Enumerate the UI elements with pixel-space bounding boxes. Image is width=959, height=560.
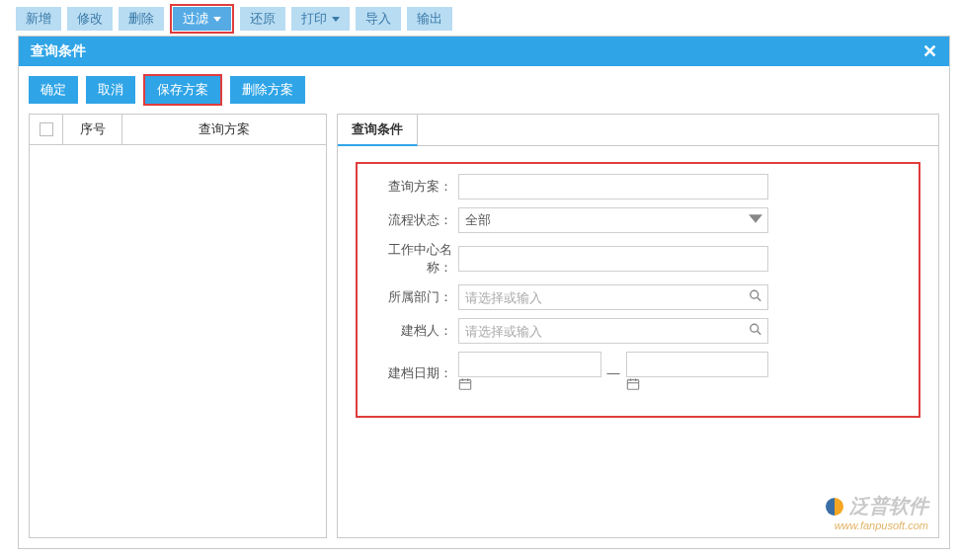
tab-header: 查询条件: [338, 115, 938, 146]
print-label: 打印: [301, 10, 327, 28]
row-scheme: 查询方案：: [369, 174, 907, 200]
svg-rect-4: [459, 380, 470, 390]
restore-button[interactable]: 还原: [240, 7, 285, 31]
tab-conditions[interactable]: 查询条件: [338, 115, 418, 146]
row-creator: 建档人：: [369, 318, 907, 344]
print-button[interactable]: 打印: [291, 7, 350, 31]
calendar-icon: [626, 379, 640, 394]
label-center: 工作中心名称：: [369, 241, 458, 277]
date-to-input[interactable]: [626, 352, 769, 377]
label-creator: 建档人：: [369, 322, 458, 340]
row-status: 流程状态： 全部: [369, 207, 907, 233]
row-center: 工作中心名称：: [369, 241, 907, 277]
dialog-title-text: 查询条件: [31, 42, 86, 60]
range-dash: —: [607, 365, 620, 380]
form-area: 查询方案： 流程状态： 全部: [338, 146, 938, 434]
scheme-list-pane: 序号 查询方案: [29, 114, 327, 538]
header-seq: 序号: [63, 115, 122, 144]
svg-rect-8: [627, 380, 638, 390]
filter-button[interactable]: 过滤: [173, 7, 231, 31]
row-date: 建档日期： —: [369, 352, 907, 394]
filter-highlight: 过滤: [170, 4, 234, 34]
center-input[interactable]: [458, 246, 768, 272]
creator-input[interactable]: [458, 318, 768, 344]
chevron-down-icon: [332, 17, 340, 22]
new-button[interactable]: 新增: [16, 7, 61, 31]
label-dept: 所属部门：: [369, 288, 458, 306]
watermark: 泛普软件 www.fanpusoft.com: [826, 493, 928, 531]
scheme-list-header: 序号 查询方案: [30, 115, 326, 145]
header-scheme: 查询方案: [122, 115, 326, 144]
ok-button[interactable]: 确定: [29, 76, 78, 104]
delete-scheme-button[interactable]: 删除方案: [230, 76, 305, 104]
watermark-url: www.fanpusoft.com: [826, 520, 928, 531]
label-scheme: 查询方案：: [369, 178, 458, 196]
save-scheme-button[interactable]: 保存方案: [145, 76, 220, 104]
watermark-brand: 泛普软件: [849, 493, 928, 520]
status-select[interactable]: 全部: [458, 207, 768, 233]
select-all-checkbox[interactable]: [40, 122, 53, 136]
filter-label: 过滤: [183, 10, 208, 28]
calendar-icon: [458, 379, 472, 394]
logo-icon: [826, 498, 843, 516]
status-value: 全部: [465, 211, 491, 229]
save-scheme-highlight: 保存方案: [143, 74, 222, 106]
label-date: 建档日期：: [369, 364, 458, 382]
chevron-down-icon: [213, 17, 221, 22]
conditions-pane: 查询条件 查询方案： 流程状态： 全部: [337, 114, 939, 538]
dialog-toolbar: 确定 取消 保存方案 删除方案: [19, 66, 949, 114]
close-icon[interactable]: ✕: [922, 44, 937, 58]
date-range: —: [458, 352, 768, 394]
label-status: 流程状态：: [369, 211, 458, 229]
dialog-titlebar: 查询条件 ✕: [19, 37, 949, 66]
delete-button[interactable]: 删除: [119, 7, 164, 31]
query-dialog: 查询条件 ✕ 确定 取消 保存方案 删除方案 序号 查询方案 查询条件: [18, 36, 950, 549]
import-button[interactable]: 导入: [356, 7, 401, 31]
form-highlight: 查询方案： 流程状态： 全部: [356, 162, 920, 418]
cancel-button[interactable]: 取消: [86, 76, 135, 104]
scheme-input[interactable]: [458, 174, 768, 200]
dept-input[interactable]: [458, 284, 768, 310]
header-checkbox-col: [30, 115, 63, 144]
date-from-input[interactable]: [458, 352, 601, 377]
row-dept: 所属部门：: [369, 284, 907, 310]
edit-button[interactable]: 修改: [67, 7, 113, 31]
export-button[interactable]: 输出: [407, 7, 452, 31]
dialog-body: 序号 查询方案 查询条件 查询方案： 流程状态：: [19, 114, 949, 548]
